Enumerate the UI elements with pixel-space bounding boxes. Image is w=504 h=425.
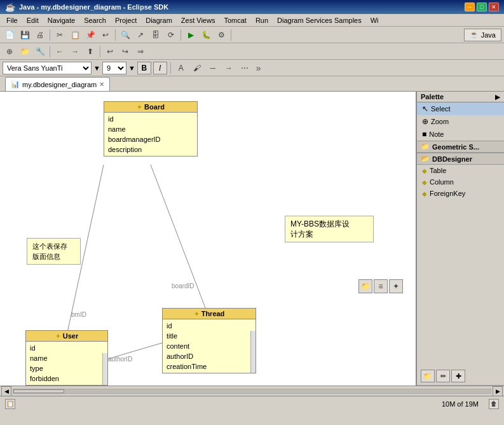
- main-area: ✦ Board id name boardmanagerID descripti…: [0, 92, 504, 386]
- debug-button[interactable]: 🐛: [199, 28, 213, 42]
- field-thread-authorid: authorID: [167, 351, 248, 361]
- table-board[interactable]: ✦ Board id name boardmanagerID descripti…: [104, 101, 198, 157]
- toolbar-row-1: 📄 💾 🖨 ✂ 📋 📌 ↩ 🔍 ↗ 🗄 ⟳ ▶ 🐛 ⚙ ☕ Java: [0, 27, 504, 43]
- menu-edit[interactable]: Edit: [23, 16, 43, 25]
- field-board-desc: description: [108, 144, 193, 155]
- note-board-left-text: 这个表保存版面信息: [32, 242, 67, 260]
- status-trash-button[interactable]: 🗑: [489, 399, 499, 409]
- more-icon[interactable]: »: [256, 63, 261, 73]
- font-more-button[interactable]: ⋯: [238, 61, 252, 75]
- palette-collapse-icon[interactable]: ▶: [495, 94, 500, 101]
- close-button[interactable]: ✕: [489, 3, 499, 11]
- horizontal-scrollbar[interactable]: ◀ ▶: [0, 386, 504, 396]
- palette-item-table[interactable]: ◆ Table: [417, 165, 504, 176]
- table-user[interactable]: ✦ User id name type forbidden: [25, 330, 108, 386]
- tb2-btn2[interactable]: 📁: [18, 45, 32, 59]
- zoom-icon: ⊕: [422, 117, 428, 126]
- line-style-button[interactable]: ─: [206, 61, 220, 75]
- h-scroll-track[interactable]: [13, 389, 491, 394]
- status-icon-1[interactable]: 📋: [5, 399, 15, 409]
- palette-item-note[interactable]: ■ Note: [417, 128, 504, 141]
- sep7: [170, 62, 171, 74]
- user-scrollbar[interactable]: [102, 353, 107, 385]
- tb2-undo[interactable]: ↩: [103, 45, 117, 59]
- copy-button[interactable]: 📋: [68, 28, 82, 42]
- font-size-select[interactable]: 9: [102, 62, 126, 74]
- scroll-right-button[interactable]: ▶: [493, 386, 503, 396]
- palette-tool-edit[interactable]: ✏: [436, 370, 450, 382]
- palette-item-zoom[interactable]: ⊕ Zoom: [417, 115, 504, 128]
- italic-button[interactable]: I: [153, 62, 167, 74]
- palette-header: Palette ▶: [417, 92, 504, 102]
- print-button[interactable]: 🖨: [33, 28, 47, 42]
- table-thread[interactable]: ✦ Thread id title content authorID creat…: [162, 308, 256, 373]
- highlight-button[interactable]: 🖌: [190, 61, 204, 75]
- arrow-button[interactable]: →: [222, 61, 236, 75]
- new-button[interactable]: 📄: [3, 28, 17, 42]
- tabbar: 📊 my.dbdesigner_diagram ✕: [0, 76, 504, 92]
- palette-section-dbdesigner[interactable]: 📂 DBDesigner: [417, 153, 504, 165]
- h-scroll-thumb[interactable]: [13, 389, 64, 393]
- menu-zest[interactable]: Zest Views: [177, 16, 219, 25]
- db-button[interactable]: 🗄: [149, 28, 163, 42]
- app-icon: ☕: [5, 3, 15, 12]
- sync-button[interactable]: ⟳: [164, 28, 178, 42]
- scroll-left-button[interactable]: ◀: [1, 386, 11, 396]
- minimize-button[interactable]: ─: [465, 3, 475, 11]
- canvas-tool-1[interactable]: 📁: [358, 279, 372, 293]
- run-button[interactable]: ▶: [184, 28, 198, 42]
- save-button[interactable]: 💾: [18, 28, 32, 42]
- menu-navigate[interactable]: Navigate: [44, 16, 79, 25]
- palette-item-foreignkey[interactable]: ◆ ForeignKey: [417, 188, 504, 199]
- canvas-tool-2[interactable]: ≡: [374, 279, 388, 293]
- thread-scrollbar[interactable]: [250, 331, 255, 373]
- menu-diagram[interactable]: Diagram: [142, 16, 176, 25]
- palette-section-geometric[interactable]: 📁 Geometric S...: [417, 141, 504, 153]
- cut-button[interactable]: ✂: [53, 28, 67, 42]
- menubar: File Edit Navigate Search Project Diagra…: [0, 14, 504, 27]
- maximize-button[interactable]: □: [477, 3, 487, 11]
- tb2-btn6[interactable]: ⬆: [83, 45, 97, 59]
- note-title[interactable]: MY-BBS数据库设计方案: [285, 216, 374, 242]
- menu-file[interactable]: File: [3, 16, 22, 25]
- foreignkey-label: ForeignKey: [430, 190, 465, 197]
- menu-wi[interactable]: Wi: [367, 16, 383, 25]
- tb2-btn4[interactable]: ←: [53, 45, 67, 59]
- font-color-button[interactable]: A: [174, 61, 188, 75]
- ref-button[interactable]: ↗: [133, 28, 147, 42]
- titlebar-controls: ─ □ ✕: [465, 3, 499, 11]
- field-user-forbidden: forbidden: [30, 373, 100, 384]
- label-bmid: bmID: [71, 311, 86, 318]
- note-board-left[interactable]: 这个表保存版面信息: [27, 238, 81, 265]
- palette: Palette ▶ ↖ Select ⊕ Zoom ■ Note 📁 Geome…: [416, 92, 504, 386]
- field-thread-content: content: [167, 341, 248, 351]
- undo-button[interactable]: ↩: [99, 28, 112, 42]
- font-family-select[interactable]: Vera Sans YuanTi: [3, 62, 92, 74]
- canvas[interactable]: ✦ Board id name boardmanagerID descripti…: [0, 92, 416, 386]
- menu-tomcat[interactable]: Tomcat: [220, 16, 250, 25]
- tb2-btn1[interactable]: ⊕: [3, 45, 17, 59]
- search-button[interactable]: 🔍: [118, 28, 132, 42]
- build-button[interactable]: ⚙: [214, 28, 228, 42]
- tb2-redo[interactable]: ↪: [118, 45, 132, 59]
- menu-services[interactable]: Diagram Services Samples: [273, 16, 365, 25]
- menu-run[interactable]: Run: [252, 16, 272, 25]
- menu-search[interactable]: Search: [80, 16, 110, 25]
- tb2-fwd[interactable]: ⇒: [133, 45, 147, 59]
- thread-header: ✦ Thread: [163, 309, 255, 319]
- diagram-tab[interactable]: 📊 my.dbdesigner_diagram ✕: [5, 77, 110, 91]
- tb2-btn5[interactable]: →: [68, 45, 82, 59]
- palette-tool-folder[interactable]: 📁: [421, 370, 435, 382]
- palette-item-select[interactable]: ↖ Select: [417, 102, 504, 115]
- palette-item-column[interactable]: ◆ Column: [417, 176, 504, 188]
- tb2-btn3[interactable]: 🔧: [33, 45, 47, 59]
- canvas-tool-3[interactable]: ✦: [389, 279, 403, 293]
- paste-button[interactable]: 📌: [83, 28, 97, 42]
- note-icon: ■: [422, 130, 426, 139]
- palette-tool-add[interactable]: ✚: [451, 370, 465, 382]
- menu-project[interactable]: Project: [111, 16, 140, 25]
- label-boardid: boardID: [172, 282, 194, 289]
- bold-button[interactable]: B: [137, 62, 151, 74]
- canvas-tools: 📁 ≡ ✦: [358, 279, 403, 293]
- tab-close-button[interactable]: ✕: [99, 81, 104, 88]
